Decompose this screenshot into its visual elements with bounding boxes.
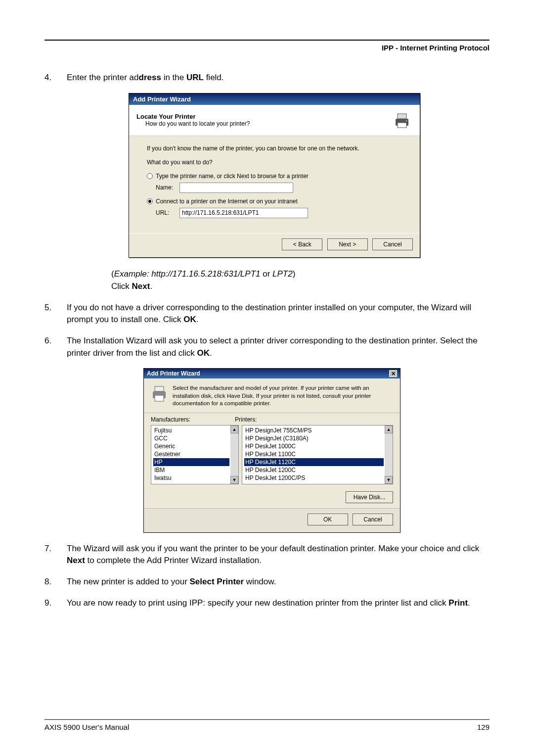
- step-4: 4. Enter the printer address in the URL …: [44, 72, 490, 84]
- list-item[interactable]: GCC: [153, 434, 229, 442]
- locate-printer-sub: How do you want to locate your printer?: [145, 120, 250, 127]
- radio-label: Connect to a printer on the Internet or …: [156, 198, 298, 205]
- step-num: 7.: [44, 543, 67, 567]
- url-label: URL:: [156, 209, 179, 216]
- footer-page-number: 129: [477, 723, 490, 731]
- next-button[interactable]: Next >: [327, 238, 368, 250]
- dialog-subheader: Locate Your Printer How do you want to l…: [129, 105, 420, 136]
- ok-button[interactable]: OK: [308, 514, 348, 525]
- driver-select-dialog: Add Printer Wizard ✕ Select the manufact…: [143, 368, 400, 533]
- list-item[interactable]: HP DesignJet 755CM/PS: [244, 426, 384, 434]
- step-text: The Installation Wizard will ask you to …: [67, 335, 490, 359]
- have-disk-button[interactable]: Have Disk...: [346, 491, 393, 503]
- scroll-down-icon[interactable]: ▼: [385, 476, 393, 484]
- printer-icon: [392, 110, 412, 131]
- step-num: 8.: [44, 576, 67, 588]
- step-9: 9. You are now ready to print using IPP:…: [44, 597, 490, 610]
- list-item[interactable]: HP: [153, 458, 229, 466]
- radio-icon: [147, 173, 153, 179]
- list-item[interactable]: HP DeskJet 1200C: [244, 466, 384, 474]
- svg-rect-1: [398, 114, 406, 119]
- url-input[interactable]: [179, 208, 308, 218]
- radio-type-name[interactable]: Type the printer name, or click Next to …: [147, 173, 402, 180]
- scroll-up-icon[interactable]: ▲: [385, 425, 393, 433]
- scroll-up-icon[interactable]: ▲: [230, 425, 238, 433]
- printer-icon: [151, 384, 168, 403]
- dialog-info-line1: If you don't know the name of the printe…: [147, 145, 402, 152]
- list-item[interactable]: Generic: [153, 442, 229, 450]
- step-text: The Wizard will ask you if you want the …: [67, 543, 490, 567]
- svg-point-3: [406, 120, 407, 121]
- step-text: Enter the printer address in the URL fie…: [67, 72, 490, 84]
- svg-rect-5: [155, 386, 164, 391]
- radio-label: Type the printer name, or click Next to …: [156, 173, 309, 180]
- list-item[interactable]: HP DeskJet 1000C: [244, 442, 384, 450]
- radio-connect-internet[interactable]: Connect to a printer on the Internet or …: [147, 198, 402, 205]
- footer-rule: [44, 719, 490, 720]
- step-num: 9.: [44, 597, 67, 610]
- list-item[interactable]: IBM: [153, 466, 229, 474]
- add-printer-wizard-dialog: Add Printer Wizard Locate Your Printer H…: [129, 93, 420, 258]
- close-icon[interactable]: ✕: [389, 370, 397, 377]
- name-input[interactable]: [179, 183, 293, 193]
- example-text: (Example: http://171.16.5.218:631/LPT1 o…: [111, 268, 490, 293]
- step-text: You are now ready to print using IPP: sp…: [67, 597, 490, 610]
- dialog-info-line2: What do you want to do?: [147, 159, 402, 166]
- dialog-description: Select the manufacturer and model of you…: [173, 384, 393, 408]
- step-text: If you do not have a driver correspondin…: [67, 302, 490, 326]
- printers-listbox[interactable]: HP DesignJet 755CM/PSHP DesignJet (C3180…: [242, 425, 393, 484]
- manufacturers-listbox[interactable]: FujitsuGCCGenericGestetnerHPIBMIwatsu ▲ …: [151, 425, 239, 484]
- svg-rect-6: [155, 395, 164, 401]
- manufacturers-label: Manufacturers:: [151, 416, 235, 423]
- list-item[interactable]: Fujitsu: [153, 426, 229, 434]
- svg-rect-2: [398, 123, 406, 128]
- dialog-title: Add Printer Wizard: [129, 94, 420, 105]
- step-num: 6.: [44, 335, 67, 359]
- scrollbar[interactable]: ▲ ▼: [385, 425, 393, 484]
- cancel-button[interactable]: Cancel: [353, 514, 393, 525]
- printers-label: Printers:: [235, 416, 257, 423]
- step-7: 7. The Wizard will ask you if you want t…: [44, 543, 490, 567]
- list-item[interactable]: HP DesignJet (C3180A): [244, 434, 384, 442]
- footer-left: AXIS 5900 User's Manual: [44, 723, 129, 731]
- page-section-title: IPP - Internet Printing Protocol: [44, 44, 490, 52]
- step-num: 4.: [44, 72, 67, 84]
- back-button[interactable]: < Back: [282, 238, 322, 250]
- step-8: 8. The new printer is added to your Sele…: [44, 576, 490, 588]
- scrollbar[interactable]: ▲ ▼: [230, 425, 238, 484]
- list-item[interactable]: HP DeskJet 1120C: [244, 458, 384, 466]
- list-item[interactable]: HP DeskJet 1200C/PS: [244, 474, 384, 482]
- locate-printer-title: Locate Your Printer: [136, 113, 250, 120]
- step-6: 6. The Installation Wizard will ask you …: [44, 335, 490, 359]
- list-item[interactable]: Iwatsu: [153, 474, 229, 482]
- header-rule: [44, 40, 490, 41]
- step-text: The new printer is added to your Select …: [67, 576, 490, 588]
- radio-icon: [147, 198, 153, 204]
- dialog-title: Add Printer Wizard ✕: [144, 369, 400, 378]
- list-item[interactable]: Gestetner: [153, 450, 229, 458]
- list-item[interactable]: HP DeskJet 1100C: [244, 450, 384, 458]
- step-5: 5. If you do not have a driver correspon…: [44, 302, 490, 326]
- step-num: 5.: [44, 302, 67, 326]
- name-label: Name:: [156, 184, 179, 191]
- cancel-button[interactable]: Cancel: [372, 238, 413, 250]
- scroll-down-icon[interactable]: ▼: [230, 476, 238, 484]
